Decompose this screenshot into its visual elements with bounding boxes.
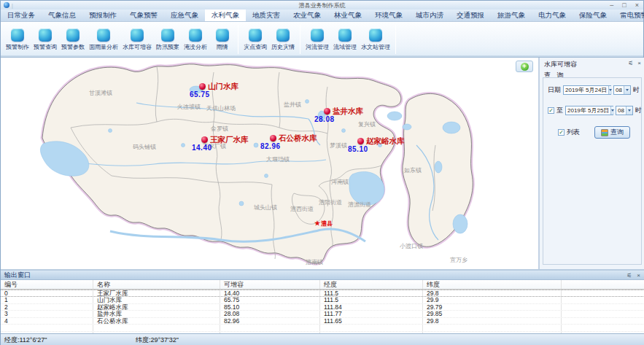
menu-tab[interactable]: 日常业务 (1, 9, 42, 21)
window-title: 澧县业务制作系统 (1, 1, 643, 9)
query-button[interactable]: 查询 (594, 126, 630, 139)
column-header[interactable]: 可增容 (220, 280, 320, 289)
status-bar: 经度:112°6'27" 纬度:29°37'32" (1, 333, 644, 345)
menu-tab[interactable]: 保险气象 (573, 9, 613, 21)
table-cell: 4 (1, 318, 93, 325)
menu-tab[interactable]: 预报制作 (82, 9, 123, 21)
column-header[interactable]: 名称 (93, 280, 220, 289)
column-header[interactable] (562, 280, 644, 289)
toolbar-button[interactable]: 河流管理 (303, 28, 331, 51)
reservoir-name: 山门水库 (208, 82, 238, 92)
list-label: 列表 (567, 128, 580, 137)
toolbar-button[interactable]: 水文站管理 (359, 28, 392, 51)
table-row[interactable]: 1山门水库65.75111.529.9 (1, 297, 644, 304)
menu-tab[interactable]: 电力气象 (532, 9, 573, 21)
maximize-button[interactable]: □ (622, 1, 626, 9)
toolbar-button[interactable]: 面雨量分析 (87, 28, 120, 51)
table-cell (562, 318, 644, 325)
table-row[interactable]: 3盐井水库28.08111.7729.85 (1, 311, 644, 318)
river-sailboat-icon (311, 28, 324, 42)
toolbar-button[interactable]: 预警制作 (4, 28, 31, 51)
column-header[interactable]: 经度 (320, 280, 423, 289)
toolbar-button[interactable]: 水库可增容 (120, 28, 154, 51)
menu-tab[interactable]: 林业气象 (327, 9, 368, 21)
disaster-point-search-icon (249, 28, 262, 42)
inundation-wave-icon (189, 28, 202, 42)
date-from-select[interactable]: 2019年 5月24日 (563, 85, 611, 95)
toolbar-button[interactable]: 预警参数 (59, 28, 87, 51)
menu-tab[interactable]: 雷电预警 (613, 9, 644, 21)
toolbar-button[interactable]: 流域管理 (331, 28, 359, 51)
table-cell (320, 325, 423, 331)
query-group-box: 日期 2019年 5月24日 08 时 ✓ 至 2019年 5月25日 (543, 77, 642, 265)
map-add-button[interactable]: + (516, 61, 533, 72)
chevron-down-icon[interactable] (626, 106, 632, 115)
table-row[interactable] (1, 325, 644, 332)
town-label: 码头铺镇 (133, 143, 156, 151)
town-label: 复兴镇 (358, 120, 376, 128)
toolbar-button[interactable]: 雨情 (209, 28, 235, 51)
table-cell: 2 (1, 304, 93, 311)
list-checkbox[interactable]: ✓ (558, 129, 565, 136)
basin-water-icon (338, 28, 352, 42)
longitude-readout: 经度:112°6'27" (4, 336, 136, 345)
date-label: 日期 (548, 85, 561, 95)
table-row[interactable]: 4石公桥水库82.96111.6529.8 (1, 318, 644, 325)
map-canvas[interactable]: 甘溪滩镇火连坡镇天供山林场金罗镇盐井镇码头铺镇王家厂镇大堰垱镇梦溪镇复兴镇涔南镇… (1, 58, 538, 269)
app-window: | 澧县业务制作系统 – □ × 日常业务气象信息预报制作气象预警应急气象水利气… (0, 0, 644, 345)
menu-tab[interactable]: 城市内涝 (409, 9, 450, 21)
minimize-button[interactable]: – (610, 1, 613, 9)
table-cell (1, 325, 93, 331)
chevron-down-icon[interactable] (624, 86, 630, 94)
county-seat-label: ★澧县 (314, 220, 333, 228)
toolbar-button[interactable]: 防汛预案 (154, 28, 182, 51)
pin-icon[interactable]: ⚟ (628, 60, 633, 66)
column-header[interactable]: 编号 (1, 280, 93, 289)
toolbar-button[interactable]: 预警查询 (31, 28, 59, 51)
reservoir-dot-icon (201, 136, 208, 143)
output-window: 输出窗口 ⚟ × 编号名称可增容经度纬度 0王家厂水库14.40111.529.… (1, 269, 644, 333)
date-to-select[interactable]: 2019年 5月25日 (565, 106, 613, 115)
menu-tab[interactable]: 农业气象 (287, 9, 327, 21)
hour-from-select[interactable]: 08 (613, 85, 631, 95)
chevron-down-icon[interactable] (608, 86, 612, 94)
to-date-checkbox[interactable]: ✓ (548, 107, 554, 114)
menu-tab[interactable]: 气象信息 (42, 9, 82, 21)
town-label: 如东镇 (404, 166, 422, 174)
toolbar-button[interactable]: 灾点查询 (241, 28, 269, 51)
table-cell: 1 (1, 297, 93, 303)
hour-suffix-label: 时 (633, 85, 640, 95)
menu-tab[interactable]: 旅游气象 (491, 9, 532, 21)
close-button[interactable]: × (635, 1, 639, 9)
toolbar-button[interactable]: 淹没分析 (182, 28, 209, 51)
column-header[interactable]: 纬度 (423, 280, 562, 289)
reservoir-capacity-value: 14.40 (192, 144, 212, 152)
toolbar-button[interactable]: 历史灾情 (269, 28, 297, 51)
output-close-icon[interactable]: × (637, 271, 640, 279)
table-cell: 王家厂水库 (93, 290, 220, 296)
toolbar-divider (300, 25, 300, 54)
pin-icon[interactable]: ⚟ (626, 271, 632, 279)
reservoir-capacity-value: 65.75 (190, 90, 210, 98)
town-label: 天供山林场 (206, 104, 236, 112)
menu-tab[interactable]: 水利气象 (205, 9, 246, 21)
table-row[interactable]: 2赵家峪水库85.10111.8429.79 (1, 304, 644, 311)
warning-search-icon (39, 28, 52, 42)
raindrop-icon (216, 28, 229, 42)
menu-tab[interactable]: 交通预报 (450, 9, 491, 21)
chevron-down-icon[interactable] (610, 106, 614, 115)
table-cell (562, 325, 644, 331)
reservoir-name: 石公桥水库 (279, 133, 317, 144)
town-label: 城头山镇 (254, 203, 277, 212)
menu-tab[interactable]: 气象预警 (123, 9, 164, 21)
hour-to-select[interactable]: 08 (616, 106, 633, 115)
menu-tab[interactable]: 地质灾害 (246, 9, 287, 21)
table-row[interactable]: 0王家厂水库14.40111.529.8 (1, 290, 644, 297)
panel-close-icon[interactable]: × (637, 60, 641, 66)
hour-suffix-label: 时 (635, 106, 642, 115)
menu-tab[interactable]: 应急气象 (164, 9, 205, 21)
menu-tab[interactable]: 环境气象 (368, 9, 409, 21)
table-cell (93, 325, 220, 331)
table-cell: 65.75 (220, 297, 320, 303)
table-cell: 85.10 (220, 304, 320, 311)
